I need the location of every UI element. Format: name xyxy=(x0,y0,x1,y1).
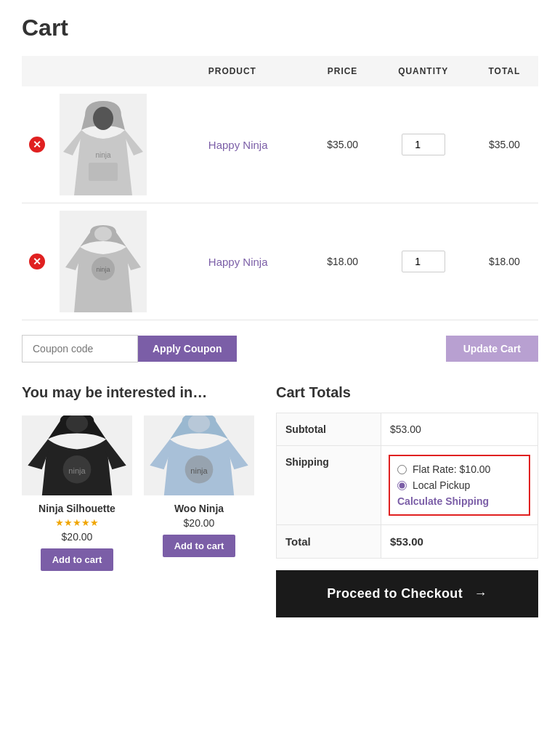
svg-rect-2 xyxy=(89,163,118,181)
bottom-section: You may be interested in… ninja Ninja Si… xyxy=(22,384,538,617)
svg-text:ninja: ninja xyxy=(68,466,86,475)
svg-text:ninja: ninja xyxy=(96,266,110,273)
table-row: ✕ ninja Happy Ninja $35.00 $35.00 xyxy=(22,86,538,203)
total-row: Total $53.00 xyxy=(277,525,538,559)
checkout-arrow-icon: → xyxy=(470,586,487,601)
col-quantity: Quantity xyxy=(376,56,471,86)
apply-coupon-button[interactable]: Apply Coupon xyxy=(138,336,237,362)
shipping-row: Shipping Flat Rate: $10.00 Local Pickup … xyxy=(277,446,538,525)
local-pickup-label: Local Pickup xyxy=(413,479,470,491)
related-product-card: ninja Woo Ninja $20.00 Add to cart xyxy=(144,415,254,571)
col-price: Price xyxy=(309,56,376,86)
flat-rate-label: Flat Rate: $10.00 xyxy=(413,463,490,475)
product-image: ninja xyxy=(60,94,147,195)
remove-icon: ✕ xyxy=(29,254,45,269)
cart-actions: Apply Coupon Update Cart xyxy=(22,335,538,362)
product-image-cell: ninja xyxy=(52,203,201,320)
related-product-image: ninja xyxy=(22,415,132,495)
shipping-option-local: Local Pickup xyxy=(397,479,522,491)
coupon-input[interactable] xyxy=(22,335,138,362)
related-product-name: Ninja Silhouette xyxy=(22,503,132,514)
related-heading: You may be interested in… xyxy=(22,384,254,401)
remove-cell: ✕ xyxy=(22,86,52,203)
quantity-input[interactable] xyxy=(402,251,445,272)
cart-table: Product Price Quantity Total ✕ ninja xyxy=(22,56,538,320)
product-stars: ★★★★★ xyxy=(22,517,132,528)
subtotal-label: Subtotal xyxy=(277,413,381,446)
product-price-cell: $35.00 xyxy=(309,86,376,203)
related-section: You may be interested in… ninja Ninja Si… xyxy=(22,384,254,571)
shipping-option-flat: Flat Rate: $10.00 xyxy=(397,463,522,475)
update-cart-button[interactable]: Update Cart xyxy=(446,336,538,362)
product-name-link[interactable]: Happy Ninja xyxy=(208,256,268,268)
related-product-price: $20.00 xyxy=(144,517,254,529)
product-name-link[interactable]: Happy Ninja xyxy=(208,139,268,151)
page-title: Cart xyxy=(22,15,538,41)
shipping-options-cell: Flat Rate: $10.00 Local Pickup Calculate… xyxy=(381,446,538,525)
product-image-cell: ninja xyxy=(52,86,201,203)
proceed-to-checkout-button[interactable]: Proceed to Checkout → xyxy=(276,570,538,617)
related-product-price: $20.00 xyxy=(22,531,132,543)
subtotal-value: $53.00 xyxy=(381,413,538,446)
product-name-cell: Happy Ninja xyxy=(201,86,309,203)
related-products: ninja Ninja Silhouette ★★★★★ $20.00 Add … xyxy=(22,415,254,571)
remove-item-button-0[interactable]: ✕ xyxy=(29,137,45,153)
svg-text:ninja: ninja xyxy=(95,151,111,159)
related-product-card: ninja Ninja Silhouette ★★★★★ $20.00 Add … xyxy=(22,415,132,571)
add-to-cart-button-1[interactable]: Add to cart xyxy=(163,535,236,557)
svg-point-5 xyxy=(94,227,112,241)
table-row: ✕ ninja Happy Ninja $18.00 $18.00 xyxy=(22,203,538,320)
remove-item-button-1[interactable]: ✕ xyxy=(29,254,45,269)
related-product-name: Woo Ninja xyxy=(144,503,254,514)
remove-cell: ✕ xyxy=(22,203,52,320)
total-value: $53.00 xyxy=(381,525,538,559)
add-to-cart-button-0[interactable]: Add to cart xyxy=(41,548,114,571)
product-price-cell: $18.00 xyxy=(309,203,376,320)
product-qty-cell xyxy=(376,86,471,203)
col-remove xyxy=(22,56,52,86)
totals-table: Subtotal $53.00 Shipping Flat Rate: $10.… xyxy=(276,413,538,559)
col-total: Total xyxy=(471,56,538,86)
local-pickup-radio[interactable] xyxy=(397,481,407,490)
col-product: Product xyxy=(201,56,309,86)
table-header-row: Product Price Quantity Total xyxy=(22,56,538,86)
flat-rate-radio[interactable] xyxy=(397,465,407,474)
product-image: ninja xyxy=(60,211,147,312)
cart-totals-heading: Cart Totals xyxy=(276,384,538,401)
coupon-area: Apply Coupon xyxy=(22,335,237,362)
cart-totals-section: Cart Totals Subtotal $53.00 Shipping Fla… xyxy=(276,384,538,617)
total-label: Total xyxy=(277,525,381,559)
col-image xyxy=(52,56,201,86)
subtotal-row: Subtotal $53.00 xyxy=(277,413,538,446)
product-qty-cell xyxy=(376,203,471,320)
related-product-image: ninja xyxy=(144,415,254,495)
remove-icon: ✕ xyxy=(29,137,45,153)
product-total-cell: $35.00 xyxy=(471,86,538,203)
quantity-input[interactable] xyxy=(402,134,445,155)
calculate-shipping-link[interactable]: Calculate Shipping xyxy=(397,495,522,507)
svg-text:ninja: ninja xyxy=(190,466,208,475)
product-total-cell: $18.00 xyxy=(471,203,538,320)
svg-point-1 xyxy=(93,107,113,130)
shipping-label: Shipping xyxy=(277,446,381,525)
checkout-label: Proceed to Checkout xyxy=(327,586,463,601)
product-name-cell: Happy Ninja xyxy=(201,203,309,320)
shipping-box: Flat Rate: $10.00 Local Pickup Calculate… xyxy=(389,455,530,516)
